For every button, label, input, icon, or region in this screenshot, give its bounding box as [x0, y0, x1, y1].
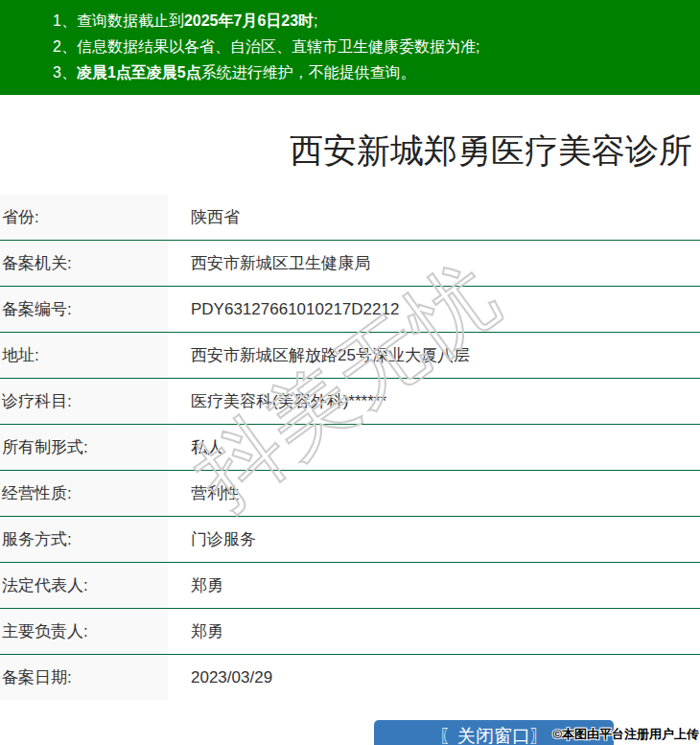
row-value: 郑勇: [168, 563, 223, 608]
row-label: 法定代表人:: [0, 563, 168, 608]
table-row: 省份: 陕西省: [0, 195, 700, 241]
row-value: 医疗美容科(美容外科)******: [168, 379, 386, 424]
table-row: 地址: 西安市新城区解放路25号深业大厦八层: [0, 333, 700, 379]
row-value: 2023/03/29: [168, 655, 272, 700]
table-row: 经营性质: 营利性: [0, 471, 700, 517]
row-label: 备案机关:: [0, 241, 168, 286]
row-label: 诊疗科目:: [0, 379, 168, 424]
table-row: 主要负责人: 郑勇: [0, 609, 700, 655]
info-table: 省份: 陕西省 备案机关: 西安市新城区卫生健康局 备案编号: PDY63127…: [0, 195, 700, 700]
row-value: 私人: [168, 425, 223, 470]
row-value: 郑勇: [168, 609, 223, 654]
row-label: 主要负责人:: [0, 609, 168, 654]
table-row: 服务方式: 门诊服务: [0, 517, 700, 563]
row-label: 备案编号:: [0, 287, 168, 332]
row-value: PDY63127661010217D2212: [168, 287, 399, 332]
table-row: 诊疗科目: 医疗美容科(美容外科)******: [0, 379, 700, 425]
row-label: 备案日期:: [0, 655, 168, 700]
row-label: 所有制形式:: [0, 425, 168, 470]
table-row: 备案日期: 2023/03/29: [0, 655, 700, 700]
row-label: 地址:: [0, 333, 168, 378]
page-title: 西安新城郑勇医疗美容诊所: [0, 95, 700, 195]
row-value: 陕西省: [168, 195, 240, 240]
table-row: 法定代表人: 郑勇: [0, 563, 700, 609]
row-value: 门诊服务: [168, 517, 256, 562]
row-label: 经营性质:: [0, 471, 168, 516]
row-value: 西安市新城区解放路25号深业大厦八层: [168, 333, 470, 378]
row-label: 省份:: [0, 195, 168, 240]
upload-attribution-note: ©本图由平台注册用户上传: [552, 726, 699, 743]
notice-line-3: 3、凌晨1点至凌晨5点系统进行维护，不能提供查询。: [53, 59, 690, 85]
notice-line-2: 2、信息数据结果以各省、自治区、直辖市卫生健康委数据为准;: [53, 34, 690, 59]
notice-banner: 1、查询数据截止到2025年7月6日23时; 2、信息数据结果以各省、自治区、直…: [0, 0, 700, 95]
row-value: 西安市新城区卫生健康局: [168, 241, 370, 286]
table-row: 备案机关: 西安市新城区卫生健康局: [0, 241, 700, 287]
table-row: 备案编号: PDY63127661010217D2212: [0, 287, 700, 333]
table-row: 所有制形式: 私人: [0, 425, 700, 471]
row-value: 营利性: [168, 471, 240, 516]
notice-line-1: 1、查询数据截止到2025年7月6日23时;: [53, 8, 690, 34]
row-label: 服务方式:: [0, 517, 168, 562]
